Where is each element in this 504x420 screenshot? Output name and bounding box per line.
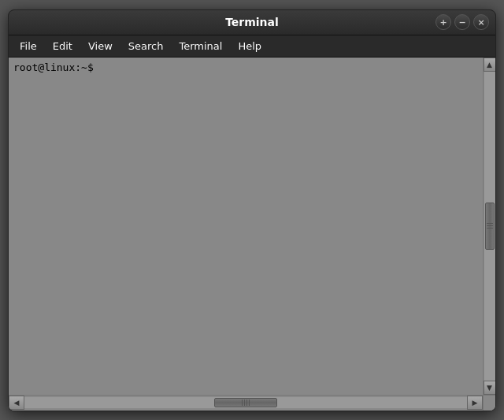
scroll-left-arrow[interactable]: ◀ — [9, 396, 24, 410]
close-button[interactable]: × — [473, 14, 489, 30]
v-scrollbar: ▲ ▼ — [483, 58, 495, 395]
terminal-text-area[interactable]: root@linux:~$ — [9, 58, 483, 395]
menu-search[interactable]: Search — [120, 39, 172, 54]
scroll-down-arrow[interactable]: ▼ — [484, 381, 496, 395]
menu-terminal[interactable]: Terminal — [171, 39, 230, 54]
grip-line-3 — [487, 228, 493, 229]
menu-view[interactable]: View — [80, 39, 120, 54]
h-scrollbar-thumb[interactable] — [214, 398, 277, 407]
menu-file[interactable]: File — [12, 39, 45, 54]
scrollbar-grip — [487, 223, 493, 229]
h-scrollbar-grip — [242, 400, 250, 406]
window-title: Terminal — [225, 16, 279, 28]
terminal-body: root@linux:~$ ▲ ▼ — [9, 58, 495, 395]
h-scrollbar-container: ◀ ▶ — [9, 395, 495, 411]
v-scrollbar-track[interactable] — [484, 72, 495, 381]
h-scrollbar-track[interactable] — [24, 397, 467, 408]
grip-line-1 — [487, 223, 493, 224]
h-grip-line-3 — [246, 400, 247, 406]
menu-help[interactable]: Help — [230, 39, 269, 54]
terminal-window: Terminal + − × File Edit View Search Ter… — [8, 9, 496, 411]
titlebar: Terminal + − × — [9, 10, 495, 35]
v-scrollbar-thumb[interactable] — [485, 203, 495, 250]
menu-edit[interactable]: Edit — [45, 39, 80, 54]
add-button[interactable]: + — [435, 14, 451, 30]
grip-line-2 — [487, 225, 493, 226]
minimize-button[interactable]: − — [454, 14, 470, 30]
terminal-prompt: root@linux:~$ — [13, 61, 478, 75]
scroll-right-arrow[interactable]: ▶ — [467, 396, 483, 410]
content-area: root@linux:~$ ▲ ▼ — [9, 58, 495, 411]
menubar: File Edit View Search Terminal Help — [9, 35, 495, 58]
h-grip-line-2 — [244, 400, 245, 406]
h-grip-line-1 — [242, 400, 243, 406]
scroll-up-arrow[interactable]: ▲ — [484, 58, 496, 72]
scrollbar-corner — [483, 395, 495, 411]
h-grip-line-4 — [249, 400, 250, 406]
window-controls: + − × — [435, 14, 489, 30]
